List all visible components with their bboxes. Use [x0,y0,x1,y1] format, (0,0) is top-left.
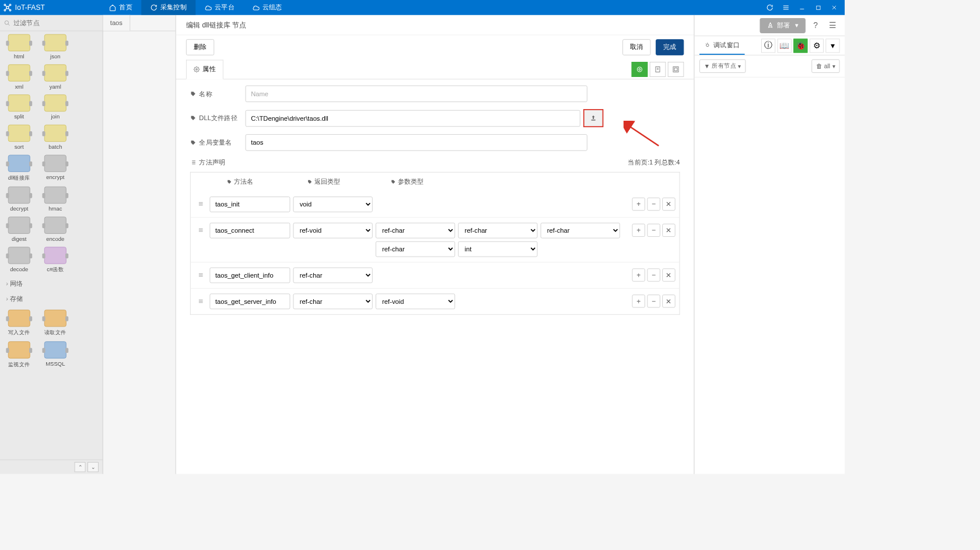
palette-node-join[interactable]: join [41,94,69,120]
param-type-select[interactable]: ref-char [376,223,455,239]
remove-row-button[interactable]: ✕ [662,295,675,307]
palette-node-写入文件[interactable]: 写入文件 [5,310,33,337]
cancel-button[interactable]: 取消 [622,39,650,55]
method-name-input[interactable] [209,268,290,283]
palette-filter-input[interactable] [13,19,99,27]
palette-node-sort[interactable]: sort [5,125,33,150]
palette-node-encrypt[interactable]: encrypt [41,155,69,181]
palette-expand-button[interactable]: ⌄ [88,462,99,472]
palette-node-dll链接库[interactable]: dll链接库 [5,155,33,181]
refresh-button[interactable] [762,0,778,15]
rp-info-button[interactable]: ⓘ [761,38,775,52]
palette-node-c#函数[interactable]: c#函数 [41,247,69,274]
add-param-button[interactable]: + [632,268,645,281]
palette-node-batch[interactable]: batch [41,125,69,150]
palette-node-hmac[interactable]: hmac [41,187,69,212]
rp-bug-button[interactable]: 🐞 [793,38,807,52]
param-type-select[interactable]: int [458,241,537,257]
nav-cloud[interactable]: 云平台 [195,0,243,15]
drag-handle-icon[interactable]: ≡ [195,223,207,235]
remove-param-button[interactable]: − [647,295,660,307]
remove-row-button[interactable]: ✕ [662,224,675,237]
rp-gear-button[interactable]: ⚙ [810,38,824,52]
rp-chevron-button[interactable]: ▾ [825,38,839,52]
remove-row-button[interactable]: ✕ [662,198,675,211]
maximize-button[interactable] [811,0,826,15]
return-type-select[interactable]: ref-char [293,293,373,309]
return-type-select[interactable]: ref-void [293,223,373,239]
palette-node-MSSQL[interactable]: MSSQL [41,341,69,368]
add-param-button[interactable]: + [632,198,645,211]
remove-row-button[interactable]: ✕ [662,268,675,281]
method-row: ≡ ref-void ref-charref-charref-charref-c… [191,217,680,262]
close-button[interactable] [827,0,842,15]
filter-nodes[interactable]: ▼ 所有节点 ▾ [699,59,746,73]
method-name-input[interactable] [209,223,290,239]
palette-node-xml[interactable]: xml [5,64,33,89]
palette-node-监视文件[interactable]: 监视文件 [5,341,33,368]
sync-icon [150,4,158,11]
delete-button[interactable]: 删除 [186,39,214,55]
canvas-tab[interactable]: taos [103,15,130,31]
upload-icon [590,115,597,122]
rp-menu-button[interactable]: ☰ [825,18,839,32]
method-name-input[interactable] [209,197,290,212]
rp-help-button[interactable]: ? [808,18,822,32]
dll-label: DLL文件路径 [190,114,246,123]
global-var-input[interactable] [246,134,587,150]
param-type-select[interactable]: ref-char [376,241,455,257]
return-type-select[interactable]: ref-char [293,268,373,283]
editor-action-3[interactable] [668,62,684,77]
palette-node-decrypt[interactable]: decrypt [5,187,33,212]
rp-book-button[interactable]: 📖 [778,38,792,52]
palette-collapse-button[interactable]: ⌃ [75,462,86,472]
drag-handle-icon[interactable]: ≡ [195,197,207,209]
palette-filter[interactable] [0,15,103,31]
upload-button[interactable] [583,109,603,127]
nav-cloud-dash[interactable]: 云组态 [243,0,291,15]
method-row: ≡ ref-char ref-void +−✕ [191,288,680,314]
return-type-select[interactable]: void [293,197,373,212]
palette-node-decode[interactable]: decode [5,247,33,274]
drag-handle-icon[interactable]: ≡ [195,293,207,306]
methods-label: 方法声明 [199,158,225,167]
param-type-select[interactable]: ref-void [376,293,455,309]
palette-node-encode[interactable]: encode [41,217,69,242]
filter-all[interactable]: 🗑 all ▾ [811,59,839,73]
palette-node-html[interactable]: html [5,34,33,59]
param-type-select[interactable]: ref-char [541,223,620,239]
debug-tab[interactable]: 调试窗口 [699,36,745,55]
add-param-button[interactable]: + [632,224,645,237]
name-input[interactable] [246,86,587,102]
nav-home[interactable]: 首页 [100,0,142,15]
properties-tab[interactable]: 属性 [186,59,223,79]
remove-param-button[interactable]: − [647,198,660,211]
cloud-icon [205,4,212,11]
category-network[interactable]: 网络 [0,276,103,292]
add-param-button[interactable]: + [632,295,645,307]
palette-node-yaml[interactable]: yaml [41,64,69,89]
category-storage[interactable]: 存储 [0,292,103,307]
editor-action-2[interactable] [650,62,666,77]
done-button[interactable]: 完成 [656,39,684,55]
svg-point-36 [706,44,709,46]
remove-param-button[interactable]: − [647,268,660,281]
svg-point-2 [9,4,11,6]
minimize-button[interactable] [794,0,810,15]
remove-param-button[interactable]: − [647,224,660,237]
editor-action-1[interactable] [632,62,648,77]
method-name-input[interactable] [209,293,290,309]
menu-button[interactable] [778,0,793,15]
palette-node-digest[interactable]: digest [5,217,33,242]
palette-node-读取文件[interactable]: 读取文件 [41,310,69,337]
param-type-select[interactable]: ref-char [458,223,537,239]
palette-node-json[interactable]: json [41,34,69,59]
top-nav: 首页 采集控制 云平台 云组态 [100,0,292,15]
dll-path-input[interactable] [246,110,580,126]
svg-rect-24 [673,66,678,72]
drag-handle-icon[interactable]: ≡ [195,268,207,280]
palette-node-split[interactable]: split [5,94,33,120]
svg-point-4 [9,9,11,11]
deploy-button[interactable]: 部署▾ [760,18,805,33]
nav-collect[interactable]: 采集控制 [141,0,195,15]
